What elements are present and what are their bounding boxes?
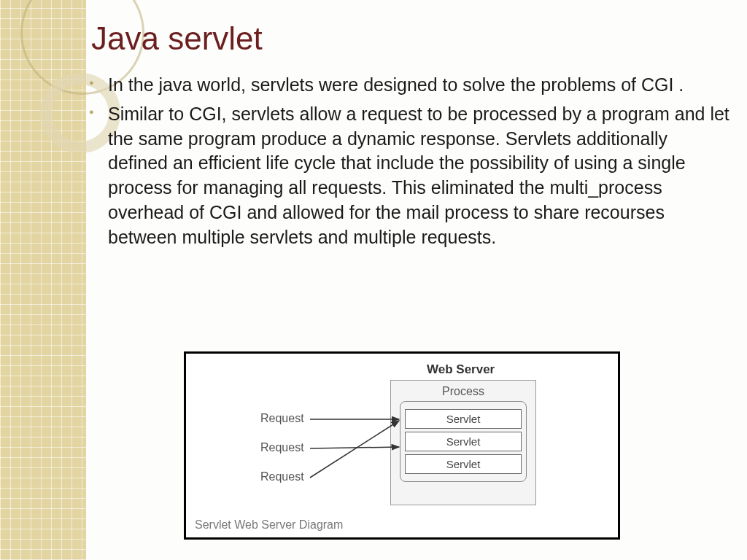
diagram-caption: Servlet Web Server Diagram xyxy=(195,518,343,532)
diagram-server-title: Web Server xyxy=(427,362,495,377)
bullet-item: Similar to CGI, servlets allow a request… xyxy=(88,102,729,250)
request-label: Request xyxy=(260,412,304,425)
process-label: Process xyxy=(391,381,535,401)
diagram-panel: Web Server Process Servlet Servlet Servl… xyxy=(184,351,620,540)
slide-title: Java servlet xyxy=(91,20,263,57)
svg-line-2 xyxy=(310,421,399,478)
bullet-item: In the java world, servlets were designe… xyxy=(88,73,729,98)
svg-line-1 xyxy=(310,447,399,448)
servlet-stack: Servlet Servlet Servlet xyxy=(400,401,527,482)
servlet-box: Servlet xyxy=(405,454,522,474)
slide-body: In the java world, servlets were designe… xyxy=(88,73,729,254)
request-label: Request xyxy=(260,441,304,454)
request-label: Request xyxy=(260,470,304,483)
process-box: Process Servlet Servlet Servlet xyxy=(390,380,536,505)
slide: Java servlet In the java world, servlets… xyxy=(0,0,747,560)
servlet-box: Servlet xyxy=(405,409,522,429)
servlet-box: Servlet xyxy=(405,432,522,451)
